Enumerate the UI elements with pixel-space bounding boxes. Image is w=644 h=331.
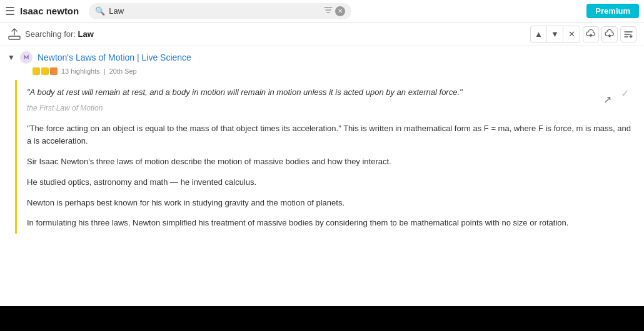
- search-bar: 🔍 ✕: [89, 3, 351, 19]
- result-meta: 13 highlights | 20th Sep: [33, 67, 636, 75]
- result-header: ▼ Newton's Laws of Motion | Live Science: [8, 51, 636, 64]
- article-para-5: In formulating his three laws, Newton si…: [27, 213, 636, 234]
- article-para-4: Newton is perhaps best known for his wor…: [27, 193, 636, 214]
- svg-point-1: [21, 52, 31, 62]
- sort-button[interactable]: [620, 26, 636, 42]
- close-nav-button[interactable]: ✕: [563, 26, 580, 42]
- result-favicon: [20, 51, 33, 64]
- search-query: Law: [78, 29, 94, 39]
- nav-group: ▲ ▼ ✕: [530, 26, 580, 43]
- checkmark-button[interactable]: ✓: [621, 87, 629, 99]
- cursor-icon: ↗: [603, 93, 611, 105]
- cloud-upload-button[interactable]: [583, 26, 599, 42]
- highlight-note: the First Law of Motion: [27, 104, 626, 112]
- searching-label: Searching for: Law: [25, 29, 94, 39]
- article-para-2: Sir Isaac Newton's three laws of motion …: [27, 152, 636, 172]
- topbar: ☰ Isaac newton 🔍 ✕ Premium: [0, 0, 644, 22]
- article-para-1: "The force acting on an object is equal …: [27, 119, 636, 152]
- star-1: [33, 67, 40, 75]
- star-3: [50, 67, 58, 75]
- nav-down-button[interactable]: ▼: [547, 26, 563, 42]
- article-para-3: He studied optics, astronomy and math — …: [27, 172, 636, 193]
- star-2: [41, 67, 49, 75]
- result-date: |: [104, 67, 106, 75]
- close-search-button[interactable]: ✕: [335, 6, 345, 16]
- result-date-value: 20th Sep: [109, 67, 137, 75]
- upload-button[interactable]: [8, 27, 21, 41]
- toolbar-right: ▲ ▼ ✕: [530, 26, 636, 43]
- premium-button[interactable]: Premium: [586, 4, 639, 18]
- app-title: Isaac newton: [20, 6, 79, 16]
- highlights-count: 13 highlights: [61, 67, 100, 75]
- main-content: ▼ Newton's Laws of Motion | Live Science…: [0, 46, 644, 306]
- highlight-quote: "A body at rest will remain at rest, and…: [27, 86, 626, 99]
- result-title[interactable]: Newton's Laws of Motion | Live Science: [38, 52, 191, 62]
- search-icon: 🔍: [95, 6, 105, 16]
- article-content: "The force acting on an object is equal …: [15, 119, 636, 234]
- stars: [33, 67, 58, 75]
- filter-button[interactable]: [321, 6, 335, 16]
- result-item: ▼ Newton's Laws of Motion | Live Science…: [0, 46, 644, 239]
- menu-icon[interactable]: ☰: [5, 4, 15, 18]
- toolbar: Searching for: Law ▲ ▼ ✕: [0, 22, 644, 46]
- cloud-download-button[interactable]: [601, 26, 618, 42]
- nav-up-button[interactable]: ▲: [531, 26, 547, 42]
- collapse-arrow[interactable]: ▼: [8, 53, 15, 62]
- highlight-box: "A body at rest will remain at rest, and…: [15, 80, 636, 119]
- search-input[interactable]: [109, 6, 321, 16]
- bottom-bar: [0, 306, 644, 331]
- svg-rect-0: [9, 36, 20, 39]
